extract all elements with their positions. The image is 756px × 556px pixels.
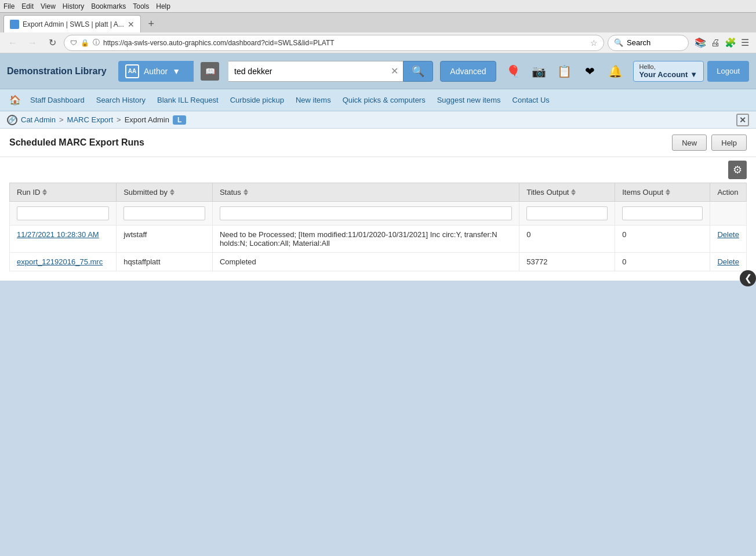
active-tab[interactable]: Export Admin | SWLS | platt | A... ✕ bbox=[3, 15, 141, 32]
search-type-label: Author bbox=[144, 67, 168, 76]
extensions-icon[interactable]: 🧩 bbox=[725, 37, 736, 48]
favorites-icon[interactable]: ❤ bbox=[580, 61, 601, 82]
filter-titles-output bbox=[519, 202, 615, 226]
new-tab-button[interactable]: + bbox=[143, 16, 159, 32]
filter-titles-output-input[interactable] bbox=[526, 206, 608, 220]
info-icon: ⓘ bbox=[93, 38, 100, 48]
header-icons: 🎈 📷 📋 ❤ 🔔 bbox=[503, 61, 626, 82]
url-text: https://qa-swls-verso.auto-graphics.com/… bbox=[103, 39, 587, 47]
nav-contact-us[interactable]: Contact Us bbox=[508, 93, 554, 107]
print-icon[interactable]: 🖨 bbox=[711, 38, 720, 48]
collapse-sidebar-button[interactable]: ❮ bbox=[740, 270, 756, 286]
tab-close-btn[interactable]: ✕ bbox=[128, 20, 135, 28]
menu-edit[interactable]: Edit bbox=[21, 2, 34, 10]
filter-status bbox=[212, 202, 519, 226]
tab-favicon bbox=[10, 20, 19, 29]
logout-button[interactable]: Logout bbox=[707, 61, 749, 82]
filter-items-output bbox=[615, 202, 710, 226]
list-icon[interactable]: 📋 bbox=[554, 61, 575, 82]
sort-items-output[interactable] bbox=[666, 189, 670, 195]
delete-link-0[interactable]: Delete bbox=[717, 230, 739, 239]
nav-blank-ill-request[interactable]: Blank ILL Request bbox=[152, 93, 223, 107]
nav-quick-picks[interactable]: Quick picks & computers bbox=[338, 93, 430, 107]
tab-bar: Export Admin | SWLS | platt | A... ✕ + bbox=[0, 13, 756, 32]
search-clear-button[interactable]: ✕ bbox=[386, 61, 403, 82]
col-status: Status bbox=[212, 183, 519, 202]
sort-status[interactable] bbox=[243, 189, 248, 195]
bell-icon[interactable]: 🔔 bbox=[605, 61, 626, 82]
bookmarks-library-icon[interactable]: 📚 bbox=[695, 37, 706, 48]
sort-titles-output[interactable] bbox=[571, 189, 576, 195]
camera-icon[interactable]: 📷 bbox=[529, 61, 550, 82]
cell-items-output-1: 0 bbox=[615, 253, 710, 271]
menu-tools[interactable]: Tools bbox=[133, 2, 149, 10]
menu-help[interactable]: Help bbox=[156, 2, 170, 10]
table-body: 11/27/2021 10:28:30 AM jwtstaff Need to … bbox=[10, 226, 747, 271]
table-header-row: Run ID Submitted by bbox=[10, 183, 747, 202]
cell-titles-output-0: 0 bbox=[519, 226, 615, 253]
page-header: Scheduled MARC Export Runs New Help bbox=[0, 129, 756, 157]
help-button[interactable]: Help bbox=[711, 135, 747, 151]
address-bar[interactable]: 🛡 🔒 ⓘ https://qa-swls-verso.auto-graphic… bbox=[64, 35, 604, 51]
library-name: Demonstration Library bbox=[7, 66, 111, 77]
account-chevron-icon: ▼ bbox=[690, 70, 697, 79]
cell-action-1: Delete bbox=[710, 253, 747, 271]
nav-suggest-new-items[interactable]: Suggest new items bbox=[432, 93, 506, 107]
balloon-icon[interactable]: 🎈 bbox=[503, 61, 524, 82]
col-run-id: Run ID bbox=[10, 183, 117, 202]
back-button[interactable]: ← bbox=[5, 35, 21, 51]
account-hello-text: Hello, bbox=[639, 63, 656, 70]
filter-items-output-input[interactable] bbox=[622, 206, 703, 220]
col-submitted-by: Submitted by bbox=[117, 183, 213, 202]
nav-staff-dashboard[interactable]: Staff Dashboard bbox=[26, 93, 89, 107]
account-section: Hello, Your Account ▼ Logout bbox=[633, 61, 749, 82]
col-items-output: Items Ouput bbox=[615, 183, 710, 202]
filter-submitted-by-input[interactable] bbox=[123, 206, 205, 220]
reload-button[interactable]: ↻ bbox=[44, 35, 60, 51]
menu-view[interactable]: View bbox=[41, 2, 56, 10]
menu-file[interactable]: File bbox=[3, 2, 14, 10]
nav-search-history[interactable]: Search History bbox=[92, 93, 150, 107]
search-type-dropdown[interactable]: AA Author ▼ bbox=[118, 61, 194, 82]
filter-status-input[interactable] bbox=[220, 206, 512, 220]
settings-gear-button[interactable]: ⚙ bbox=[728, 161, 747, 179]
forward-button[interactable]: → bbox=[24, 35, 41, 51]
cell-run-id-1: export_12192016_75.mrc bbox=[10, 253, 117, 271]
run-id-link-0[interactable]: 11/27/2021 10:28:30 AM bbox=[17, 230, 99, 239]
browser-nav-bar: ← → ↻ 🛡 🔒 ⓘ https://qa-swls-verso.auto-g… bbox=[0, 32, 756, 53]
menu-hamburger-icon[interactable]: ☰ bbox=[741, 37, 749, 48]
search-input-wrap: ✕ 🔍 bbox=[228, 61, 433, 82]
padlock-icon: 🔒 bbox=[81, 39, 89, 47]
table-row: export_12192016_75.mrc hqstaffplatt Comp… bbox=[10, 253, 747, 271]
sort-run-id[interactable] bbox=[42, 189, 47, 195]
cell-run-id-0: 11/27/2021 10:28:30 AM bbox=[10, 226, 117, 253]
breadcrumb-marc-export[interactable]: MARC Export bbox=[67, 115, 113, 124]
run-id-link-1[interactable]: export_12192016_75.mrc bbox=[17, 257, 103, 266]
advanced-search-button[interactable]: Advanced bbox=[440, 61, 496, 82]
bookmark-star-icon[interactable]: ☆ bbox=[590, 38, 598, 48]
browser-nav-icons: 📚 🖨 🧩 ☰ bbox=[692, 37, 751, 48]
filter-run-id-input[interactable] bbox=[17, 206, 109, 220]
home-nav-icon[interactable]: 🏠 bbox=[7, 92, 23, 108]
menu-history[interactable]: History bbox=[63, 2, 84, 10]
filter-action bbox=[710, 202, 747, 226]
search-input[interactable] bbox=[228, 61, 386, 82]
table-filter-row bbox=[10, 202, 747, 226]
breadcrumb-link-icon: 🔗 bbox=[7, 115, 17, 125]
sort-submitted-by[interactable] bbox=[170, 189, 175, 195]
nav-new-items[interactable]: New items bbox=[291, 93, 336, 107]
menu-bookmarks[interactable]: Bookmarks bbox=[91, 2, 126, 10]
cell-action-0: Delete bbox=[710, 226, 747, 253]
nav-curbside-pickup[interactable]: Curbside pickup bbox=[226, 93, 289, 107]
search-go-button[interactable]: 🔍 bbox=[403, 61, 433, 82]
breadcrumb-close-button[interactable]: ✕ bbox=[736, 114, 749, 126]
browser-search-bar[interactable]: 🔍 Search bbox=[608, 35, 689, 51]
cell-status-0: Need to be Processed; [Item modified:11/… bbox=[212, 226, 519, 253]
new-button[interactable]: New bbox=[672, 135, 707, 151]
cell-submitted-by-1: hqstaffplatt bbox=[117, 253, 213, 271]
delete-link-1[interactable]: Delete bbox=[717, 257, 739, 266]
cell-status-1: Completed bbox=[212, 253, 519, 271]
main-content: Scheduled MARC Export Runs New Help ⚙ Ru… bbox=[0, 129, 756, 281]
account-button[interactable]: Hello, Your Account ▼ bbox=[633, 61, 704, 82]
breadcrumb-cat-admin[interactable]: Cat Admin bbox=[21, 115, 56, 124]
